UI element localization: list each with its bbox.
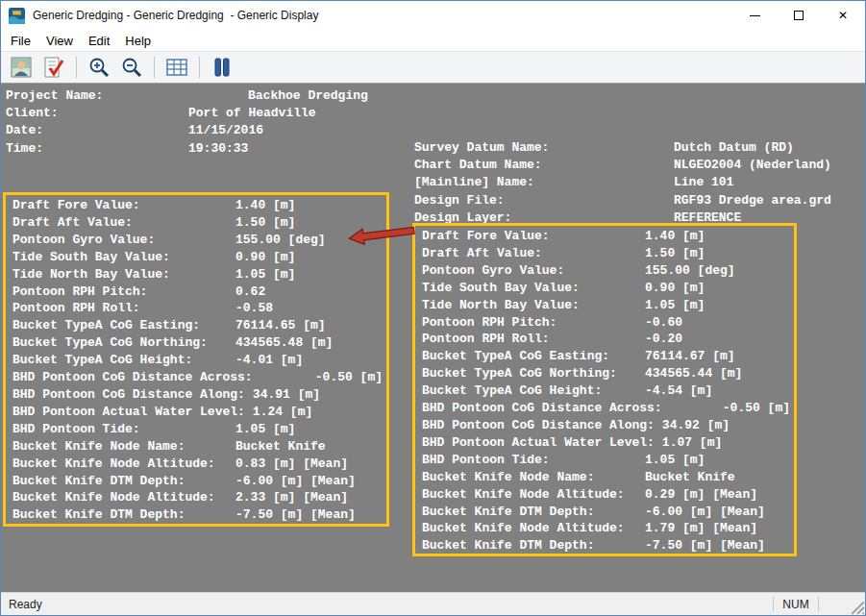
field-label: Project Name:	[6, 87, 181, 105]
field-value: 434565.44 [m]	[637, 365, 742, 382]
field-label: Bucket TypeA CoG Northing:	[422, 365, 637, 382]
field-label: Tide South Bay Value:	[12, 249, 228, 266]
field-value: -7.50 [m] [Mean]	[228, 506, 356, 524]
field-label: Pontoon RPH Roll:	[422, 331, 637, 348]
field-label: Pontoon Gyro Value:	[12, 232, 228, 249]
field-value: Line 101	[666, 174, 733, 191]
field-label: Bucket TypeA CoG Northing:	[12, 334, 228, 352]
menu-view[interactable]: View	[38, 32, 81, 50]
data-field-row: Bucket Knife Node Name:Bucket Knife	[12, 438, 384, 456]
data-field-row: Pontoon RPH Pitch:-0.60	[422, 314, 792, 332]
data-field-row: Bucket Knife Node Altitude:2.33 [m] [Mea…	[12, 489, 384, 506]
field-value: 155.00 [deg]	[228, 232, 326, 249]
field-label: Bucket Knife Node Altitude:	[12, 456, 228, 473]
field-label: Draft Fore Value:	[12, 197, 228, 214]
minimize-icon	[750, 15, 760, 16]
field-label: Pontoon Gyro Value:	[422, 262, 637, 280]
field-label: Time:	[6, 140, 181, 158]
field-label: Draft Aft Value:	[12, 214, 228, 232]
grid-button[interactable]	[162, 54, 191, 81]
maximize-icon	[794, 11, 804, 20]
field-value: -4.01 [m]	[228, 352, 303, 369]
menu-edit[interactable]: Edit	[81, 32, 117, 50]
minimize-button[interactable]	[732, 1, 777, 30]
data-field-row: BHD Pontoon Actual Water Level:1.07 [m]	[422, 434, 792, 452]
pause-button[interactable]	[208, 54, 236, 81]
menu-file[interactable]: File	[3, 32, 38, 50]
zoom-out-icon	[120, 56, 143, 79]
field-label: BHD Pontoon Tide:	[12, 421, 228, 438]
field-label: BHD Pontoon CoG Distance Across:	[422, 400, 662, 417]
statusbar-separator	[818, 597, 819, 612]
toolbar-separator	[154, 57, 155, 78]
window-title: Generic Dredging - Generic Dredging - Ge…	[33, 9, 318, 22]
about-person-icon	[10, 56, 33, 79]
field-value: 1.50 [m]	[637, 245, 705, 262]
data-field-row: Draft Aft Value:1.50 [m]	[422, 245, 792, 262]
survey-info-row: [Mainline] Name:Line 101	[414, 174, 831, 191]
field-label: Bucket Knife DTM Depth:	[422, 504, 637, 521]
data-field-row: BHD Pontoon Tide:1.05 [m]	[422, 452, 792, 469]
field-value: 155.00 [deg]	[637, 262, 735, 280]
zoom-in-button[interactable]	[85, 54, 113, 81]
field-label: Tide North Bay Value:	[422, 297, 637, 314]
field-value: 1.05 [m]	[228, 421, 295, 438]
field-value: 34.92 [m]	[655, 417, 730, 434]
close-icon: ✕	[838, 10, 848, 21]
close-button[interactable]: ✕	[821, 1, 865, 30]
field-value: 11/15/2016	[181, 122, 263, 139]
project-info-row: Client:Port of Headville	[6, 105, 368, 122]
toolbar-separator	[76, 57, 77, 78]
field-label: Bucket Knife Node Name:	[422, 469, 637, 486]
field-value: 1.79 [m] [Mean]	[637, 520, 757, 537]
checklist-icon	[42, 56, 65, 79]
field-value: Bucket Knife	[228, 438, 326, 456]
field-label: BHD Pontoon Tide:	[422, 452, 637, 469]
field-label: Draft Fore Value:	[422, 228, 637, 245]
field-value: -6.00 [m] [Mean]	[637, 504, 765, 521]
display-area: Project Name:Backhoe DredgingClient:Port…	[1, 84, 865, 592]
checklist-button[interactable]	[39, 54, 68, 81]
field-value: -0.20	[637, 331, 682, 348]
data-field-row: Pontoon Gyro Value:155.00 [deg]	[422, 262, 792, 280]
field-value: 1.05 [m]	[637, 452, 705, 469]
data-field-row: Draft Fore Value:1.40 [m]	[12, 197, 384, 214]
data-field-row: BHD Pontoon CoG Distance Along:34.91 [m]	[12, 386, 384, 404]
field-value: 19:30:33	[181, 140, 248, 158]
resize-grip[interactable]	[850, 600, 865, 615]
data-field-row: Pontoon RPH Roll:-0.58	[12, 300, 384, 317]
data-field-row: Bucket Knife DTM Depth:-6.00 [m] [Mean]	[12, 473, 384, 490]
project-info-row: Time:19:30:33	[6, 140, 368, 158]
data-field-row: BHD Pontoon CoG Distance Across:-0.50 [m…	[12, 369, 384, 386]
field-value: 2.33 [m] [Mean]	[228, 489, 348, 506]
data-field-row: Draft Aft Value:1.50 [m]	[12, 214, 384, 232]
highlighted-data-panel-left: Draft Fore Value:1.40 [m]Draft Aft Value…	[3, 192, 389, 527]
about-button[interactable]	[7, 54, 36, 81]
field-label: Bucket Knife DTM Depth:	[12, 473, 228, 490]
project-info-row: Date:11/15/2016	[6, 122, 368, 139]
status-bar: Ready NUM	[1, 592, 865, 615]
field-label: BHD Pontoon Actual Water Level:	[12, 404, 245, 421]
field-label: Pontoon RPH Roll:	[12, 300, 228, 317]
field-value: 1.05 [m]	[228, 266, 295, 283]
project-info-block: Project Name:Backhoe DredgingClient:Port…	[6, 87, 368, 158]
data-field-row: Bucket TypeA CoG Height:-4.01 [m]	[12, 352, 384, 369]
zoom-out-button[interactable]	[117, 54, 146, 81]
field-label: Pontoon RPH Pitch:	[12, 283, 228, 301]
field-value: 434565.48 [m]	[228, 334, 333, 352]
data-field-row: Bucket TypeA CoG Northing:434565.44 [m]	[422, 365, 792, 382]
menu-help[interactable]: Help	[117, 32, 159, 50]
field-value: 0.29 [m] [Mean]	[637, 486, 757, 504]
data-field-row: Bucket Knife Node Altitude:1.79 [m] [Mea…	[422, 520, 792, 537]
field-label: BHD Pontoon CoG Distance Across:	[12, 369, 253, 386]
app-window: Generic Dredging - Generic Dredging - Ge…	[0, 0, 866, 616]
field-label: BHD Pontoon CoG Distance Along:	[422, 417, 655, 434]
field-value: -0.50 [m]	[723, 400, 792, 417]
field-value: 1.07 [m]	[655, 434, 722, 452]
maximize-button[interactable]	[777, 1, 821, 30]
field-label: Bucket TypeA CoG Height:	[12, 352, 228, 369]
status-text: Ready	[9, 598, 42, 611]
data-field-row: BHD Pontoon CoG Distance Along:34.92 [m]	[422, 417, 792, 434]
data-field-row: BHD Pontoon Tide:1.05 [m]	[12, 421, 384, 438]
field-label: Tide North Bay Value:	[12, 266, 228, 283]
